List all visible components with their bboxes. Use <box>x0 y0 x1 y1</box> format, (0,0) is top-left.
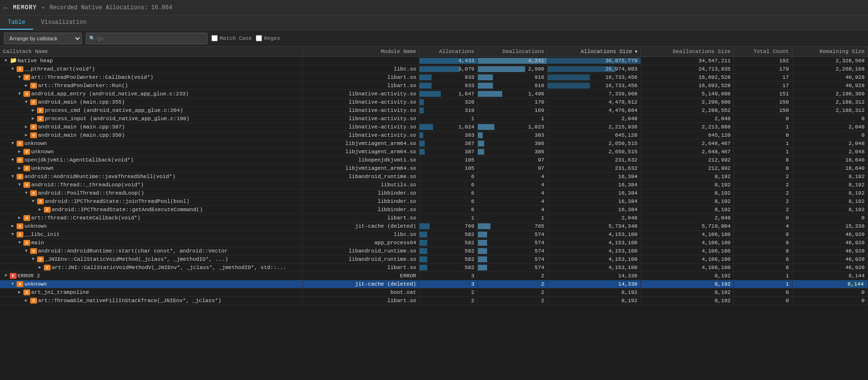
col-header-allocations-size[interactable]: Allocations Size <box>547 47 641 57</box>
expand-button[interactable]: ▼ <box>10 66 16 72</box>
expand-button[interactable]: ▼ <box>30 199 36 204</box>
table-row[interactable]: ▼ @ openjdkjvmti::AgentCallback(void*) l… <box>0 156 868 164</box>
expand-button[interactable]: ▶ <box>17 165 22 171</box>
expand-button[interactable]: ▼ <box>23 190 29 196</box>
module-cell: app_process64 <box>303 239 419 247</box>
expand-button[interactable]: ▼ <box>17 240 22 246</box>
expand-button[interactable]: ▼ <box>3 58 9 64</box>
allocations-size-cell: 4,476,864 <box>547 107 641 115</box>
expand-button[interactable]: ▶ <box>17 149 22 155</box>
module-cell: libart.so <box>303 73 419 82</box>
search-input[interactable] <box>97 36 204 41</box>
expand-button[interactable]: ▼ <box>23 99 29 105</box>
app-dropdown[interactable]: ▾ <box>42 5 45 11</box>
deallocations-size-cell: 4,106,180 <box>641 231 734 239</box>
regex-checkbox[interactable] <box>256 35 262 41</box>
tab-table[interactable]: Table <box>0 16 33 30</box>
table-row[interactable]: ▶ @ android::IPCThreadState::getAndExecu… <box>0 206 868 214</box>
callstack-cell: ▼ @ __libc_init <box>0 231 303 239</box>
module-cell: libandroid_runtime.so <box>303 173 419 181</box>
deallocations-size-cell: 24,713,835 <box>641 65 734 73</box>
table-row[interactable]: ▶ @ art::ThreadPoolWorker::Run() libart.… <box>0 82 868 90</box>
callstack-cell: ▶ @ unknown <box>0 222 303 231</box>
func-icon: @ <box>23 74 30 80</box>
callstack-cell: ▶ @ art::JNI::CallStaticVoidMethodV(_JNI… <box>0 264 303 272</box>
table-row[interactable]: ▶ @ android_main (main.cpp:350) libnativ… <box>0 131 868 140</box>
back-button[interactable]: ← <box>4 4 8 12</box>
deallocations-cell: 916 <box>477 82 547 90</box>
match-case-checkbox[interactable] <box>211 35 218 41</box>
table-row[interactable]: ▶ @ android_main (main.cpp:387) libnativ… <box>0 123 868 131</box>
callstack-cell: ▼ @ art::ThreadPoolWorker::Callback(void… <box>0 73 303 82</box>
remaining-size-cell: 0 <box>792 289 868 297</box>
deallocations-cell: 386 <box>477 140 547 148</box>
table-row[interactable]: ▼ @ android::IPCThreadState::joinThreadP… <box>0 198 868 206</box>
table-row[interactable]: ▼ @ __libc_init libc.so5825744,153,1004,… <box>0 231 868 239</box>
func-icon: @ <box>17 281 23 287</box>
expand-button[interactable]: ▶ <box>37 265 43 271</box>
table-row[interactable]: ▼ @ android::AndroidRuntime::javaThreadS… <box>0 173 868 181</box>
expand-button[interactable]: ▶ <box>17 215 22 221</box>
table-row[interactable]: ▶ @ unknown libjvmtiagent_arm64.so387386… <box>0 148 868 156</box>
module-cell: libnative-activity.so <box>303 107 419 115</box>
table-row[interactable]: ▼ @ android::Thread::_threadLoop(void*) … <box>0 181 868 189</box>
col-header-module[interactable]: Module Name <box>303 47 419 57</box>
expand-button[interactable]: ▶ <box>23 132 29 138</box>
col-header-deallocations[interactable]: Deallocations <box>477 47 547 57</box>
col-header-callstack[interactable]: Callstack Name <box>0 47 303 57</box>
table-row[interactable]: ▶ @ process_input (android_native_app_gl… <box>0 115 868 123</box>
expand-button[interactable]: ▼ <box>3 273 9 279</box>
allocations-size-cell: 2,215,936 <box>547 123 641 131</box>
tab-visualization[interactable]: Visualization <box>33 16 94 30</box>
expand-button[interactable]: ▶ <box>30 116 36 122</box>
table-row[interactable]: ▶ @ art::JNI::CallStaticVoidMethodV(_JNI… <box>0 264 868 272</box>
expand-button[interactable]: ▼ <box>10 157 16 163</box>
table-row[interactable]: ▼ E ERROR 2 ERROR3214,3368,19216,144 <box>0 272 868 280</box>
expand-button[interactable]: ▶ <box>23 124 29 130</box>
table-row[interactable]: ▶ @ art_jni_trampoline boot.oat228,1928,… <box>0 289 868 297</box>
table-row[interactable]: ▼ 📁 Native heap 4,4334,24136,875,77934,5… <box>0 57 868 65</box>
total-count-cell: 151 <box>734 90 792 98</box>
col-header-remaining-size[interactable]: Remaining Size <box>792 47 868 57</box>
table-row[interactable]: ▶ @ process_cmd (android_native_app_glue… <box>0 107 868 115</box>
col-header-total-count[interactable]: Total Count <box>734 47 792 57</box>
table-row[interactable]: ▼ @ android::AndroidRuntime::start(char … <box>0 247 868 255</box>
callstack-name: art::ThreadPoolWorker::Run() <box>38 83 128 89</box>
col-header-allocations[interactable]: Allocations <box>419 47 478 57</box>
expand-button[interactable]: ▶ <box>23 298 29 304</box>
table-row[interactable]: ▼ @ unknown jit-cache (deleted)3214,3368… <box>0 280 868 289</box>
expand-button[interactable]: ▼ <box>17 182 22 188</box>
table-row[interactable]: ▶ @ art::Throwable_nativeFillInStackTrac… <box>0 297 868 305</box>
expand-button[interactable]: ▶ <box>10 223 16 229</box>
table-row[interactable]: ▼ @ android::PoolThread::threadLoop() li… <box>0 189 868 198</box>
expand-button[interactable]: ▼ <box>10 232 16 237</box>
expand-button[interactable]: ▼ <box>17 74 22 80</box>
total-count-cell: 2 <box>734 206 792 214</box>
total-count-cell: 0 <box>734 115 792 123</box>
expand-button[interactable]: ▼ <box>10 174 16 180</box>
arrange-select[interactable]: Arrange by callstack Arrange by allocati… <box>4 33 82 44</box>
expand-button[interactable]: ▶ <box>30 108 36 113</box>
table-row[interactable]: ▶ @ unknown jit-cache (deleted)7697655,7… <box>0 222 868 231</box>
deallocations-size-cell: 16,692,528 <box>641 73 734 82</box>
expand-button[interactable]: ▶ <box>17 290 22 295</box>
col-header-deallocations-size[interactable]: Deallocations Size <box>641 47 734 57</box>
expand-button[interactable]: ▶ <box>37 207 43 213</box>
expand-button[interactable]: ▼ <box>17 91 22 97</box>
expand-button[interactable]: ▼ <box>23 248 29 254</box>
table-row[interactable]: ▼ @ _JNIEnv::CallStaticVoidMethod(_jclas… <box>0 255 868 264</box>
table-row[interactable]: ▼ @ main app_process645825744,153,1004,1… <box>0 239 868 247</box>
table-row[interactable]: ▶ @ unknown libjvmtiagent_arm64.so105972… <box>0 164 868 173</box>
total-count-cell: 17 <box>734 73 792 82</box>
expand-button[interactable]: ▼ <box>10 281 16 287</box>
expand-button[interactable]: ▼ <box>10 141 16 146</box>
table-row[interactable]: ▼ @ unknown libjvmtiagent_arm64.so387386… <box>0 140 868 148</box>
table-row[interactable]: ▶ @ art::Thread::CreateCallback(void*) l… <box>0 214 868 222</box>
table-row[interactable]: ▼ @ art::ThreadPoolWorker::Callback(void… <box>0 73 868 82</box>
table-row[interactable]: ▼ @ android_main (main.cpp:355) libnativ… <box>0 98 868 107</box>
table-row[interactable]: ▼ @ __pthread_start(void*) libc.so3,0792… <box>0 65 868 73</box>
expand-button[interactable]: ▼ <box>30 256 36 262</box>
expand-button[interactable]: ▶ <box>23 83 29 89</box>
func-icon: @ <box>17 223 23 229</box>
table-row[interactable]: ▼ @ android_app_entry (android_native_ap… <box>0 90 868 98</box>
